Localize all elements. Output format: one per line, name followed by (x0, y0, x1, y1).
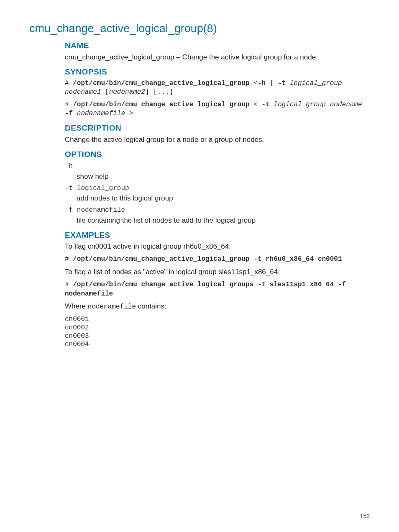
synopsis-rb: ] (145, 88, 149, 96)
synopsis-cmd: /opt/cmu/bin/cmu_change_active_logical_g… (73, 80, 249, 87)
section-heading-examples: EXAMPLES (65, 230, 370, 241)
example-intro-2: To flag a list of nodes as "active" in l… (65, 267, 370, 277)
hash-prompt: # (65, 80, 73, 87)
synopsis-flag-t: -t (261, 101, 269, 108)
synopsis-sp3 (73, 110, 77, 117)
example-cmd-text: /opt/cmu/bin/cmu_change_active_logical_g… (73, 255, 342, 263)
synopsis-flag-t: -t (278, 80, 286, 87)
option-desc: file containing the list of nodes to add… (77, 216, 370, 226)
synopsis-line-2: # /opt/cmu/bin/cmu_change_active_logical… (65, 100, 370, 118)
option-desc: show help (77, 172, 370, 182)
synopsis-arg-n2: nodename2 (109, 88, 145, 96)
name-command: cmu_change_active_logical_group (65, 53, 174, 61)
option-term: -f nodenamefile (65, 206, 370, 215)
section-heading-synopsis: SYNOPSIS (65, 67, 370, 77)
name-description: Change the active logical group for a no… (182, 53, 318, 61)
synopsis-post: < (250, 101, 262, 108)
section-heading-options: OPTIONS (65, 149, 370, 160)
example-file-contents: cn0001 cn0002 cn0003 cn0004 (65, 315, 370, 349)
example-where-line: Where nodenamefile contains: (65, 302, 370, 312)
synopsis-pipe: | (266, 80, 278, 87)
synopsis-dots: [...] (149, 88, 174, 96)
example-cmd-text: /opt/cmu/bin/cmu_change_active_logical_g… (65, 281, 346, 298)
option-term: -t logical_group (65, 184, 370, 193)
example-intro-1: To flag cn0001 active in logical group r… (65, 242, 370, 252)
synopsis-flag-h: -h (258, 80, 266, 87)
name-paragraph: cmu_change_active_logical_group – Change… (65, 53, 370, 62)
synopsis-arg-lg: logical_group (274, 101, 326, 108)
synopsis-post: < (250, 80, 258, 87)
option-term: -h (65, 162, 370, 171)
section-heading-name: NAME (65, 40, 370, 51)
synopsis-lb: [ (101, 88, 109, 96)
option-desc: add nodes to this logical group (77, 194, 370, 203)
hash-prompt: # (65, 101, 73, 108)
example-cmd-2: # /opt/cmu/bin/cmu_change_active_logical… (65, 280, 370, 298)
hash-prompt: # (65, 255, 73, 263)
section-heading-description: DESCRIPTION (65, 123, 370, 134)
content-body: NAME cmu_change_active_logical_group – C… (65, 40, 370, 348)
synopsis-flag-f: -f (65, 110, 73, 117)
synopsis-sp2 (326, 101, 330, 108)
synopsis-close: > (125, 110, 133, 117)
synopsis-sp (286, 80, 290, 87)
synopsis-line-1: # /opt/cmu/bin/cmu_change_active_logical… (65, 79, 370, 97)
where-post: contains: (136, 302, 166, 310)
where-file: nodenamefile (88, 303, 136, 311)
synopsis-arg-node: nodename (330, 101, 362, 108)
synopsis-cmd: /opt/cmu/bin/cmu_change_active_logical_g… (73, 101, 249, 108)
synopsis-arg-n1: nodename1 (65, 88, 101, 96)
example-cmd-1: # /opt/cmu/bin/cmu_change_active_logical… (65, 255, 370, 264)
synopsis-arg-file: nodenamefile (77, 110, 125, 117)
name-separator: – (174, 53, 182, 61)
synopsis-arg-lg: logical_group (290, 80, 342, 87)
where-pre: Where (65, 302, 88, 310)
synopsis-sp (270, 101, 274, 108)
page-title: cmu_change_active_logical_group(8) (29, 21, 370, 36)
hash-prompt: # (65, 281, 73, 288)
description-text: Change the active logical group for a no… (65, 135, 370, 145)
